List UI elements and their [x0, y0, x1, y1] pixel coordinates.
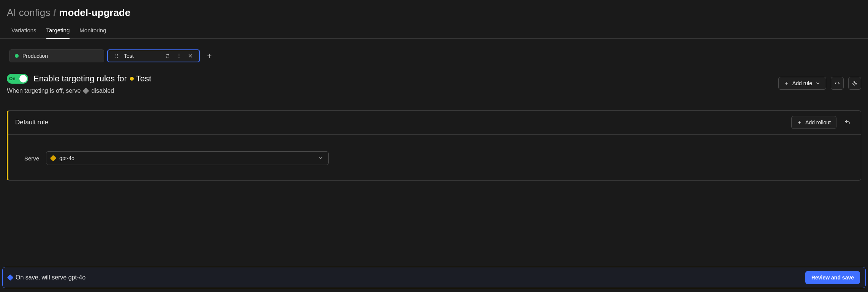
svg-point-3 [117, 56, 118, 56]
variation-diamond-icon [50, 155, 57, 162]
rule-title: Default rule [15, 119, 48, 126]
add-rollout-button[interactable]: Add rollout [791, 116, 836, 129]
magic-icon [852, 80, 858, 86]
status-dot-icon [130, 77, 134, 81]
tab-targeting[interactable]: Targeting [46, 27, 70, 39]
status-dot-icon [15, 54, 19, 58]
undo-button[interactable] [841, 116, 854, 129]
enable-targeting-text: Enable targeting rules for Test [33, 74, 151, 84]
tabs: Variations Targeting Monitoring [0, 19, 868, 39]
environment-label: Test [124, 53, 134, 59]
more-vertical-icon[interactable] [176, 52, 182, 59]
breadcrumb: AI configs / model-upgrade [7, 7, 861, 19]
svg-point-5 [117, 57, 118, 58]
svg-point-6 [179, 54, 179, 54]
add-rollout-label: Add rollout [805, 119, 831, 125]
svg-point-2 [116, 56, 116, 56]
enable-env-name: Test [136, 74, 151, 84]
svg-point-1 [117, 54, 118, 55]
chevron-down-icon [318, 155, 324, 162]
off-serve-prefix: When targeting is off, serve [7, 87, 81, 94]
serve-label: Serve [24, 155, 39, 162]
breadcrumb-parent[interactable]: AI configs [7, 7, 50, 19]
info-diamond-icon [7, 275, 14, 281]
magic-button[interactable] [848, 77, 861, 90]
breadcrumb-current: model-upgrade [59, 7, 130, 19]
chevron-down-icon [815, 81, 820, 86]
svg-point-8 [179, 57, 179, 58]
tab-monitoring[interactable]: Monitoring [79, 27, 106, 38]
svg-point-9 [854, 83, 855, 84]
svg-point-4 [116, 57, 116, 58]
svg-point-7 [179, 56, 179, 56]
review-and-save-button[interactable]: Review and save [805, 271, 860, 284]
tab-variations[interactable]: Variations [11, 27, 36, 38]
toggle-knob [19, 75, 27, 83]
default-rule-card: Default rule Add rollout Serve gpt-4o [7, 110, 861, 181]
off-serve-text: When targeting is off, serve disabled [7, 87, 151, 94]
serve-variation-select[interactable]: gpt-4o [46, 151, 329, 165]
code-collapse-icon [834, 80, 840, 86]
add-rule-button[interactable]: Add rule [778, 77, 826, 90]
off-serve-variation: disabled [91, 87, 114, 94]
serve-variation-value: gpt-4o [59, 155, 74, 161]
pending-changes-banner: On save, will serve gpt-4o Review and sa… [2, 267, 866, 288]
environment-bar: Production Test [0, 39, 868, 62]
breadcrumb-separator: / [53, 7, 56, 19]
add-environment-button[interactable] [205, 52, 214, 60]
targeting-toggle[interactable]: On [7, 74, 28, 84]
close-icon[interactable] [187, 52, 194, 59]
environment-label: Production [22, 53, 48, 59]
toggle-state-label: On [9, 76, 16, 81]
environment-chip-test[interactable]: Test [107, 49, 200, 62]
undo-icon [844, 119, 851, 125]
environment-chip-production[interactable]: Production [9, 49, 104, 62]
code-collapse-button[interactable] [831, 77, 844, 90]
variation-diamond-icon [83, 88, 89, 94]
enable-prefix: Enable targeting rules for [33, 74, 127, 84]
pending-changes-message: On save, will serve gpt-4o [16, 274, 86, 281]
svg-point-0 [116, 54, 116, 55]
compare-icon[interactable] [164, 52, 171, 59]
add-rule-label: Add rule [792, 80, 812, 86]
drag-handle-icon[interactable] [113, 52, 120, 59]
